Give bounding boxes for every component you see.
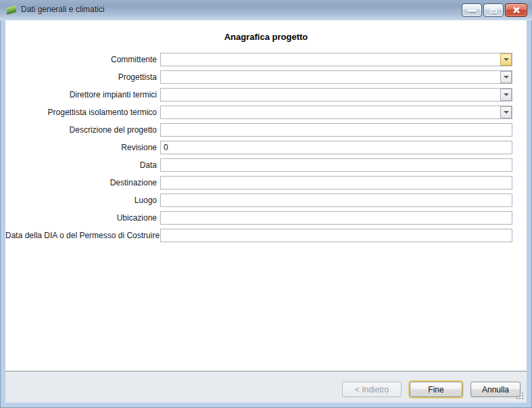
direttore-impianti-label: Direttore impianti termici <box>5 90 160 99</box>
ubicazione-input[interactable] <box>160 211 512 225</box>
chevron-down-icon <box>504 111 509 114</box>
form-row-data: Data <box>5 158 527 172</box>
ubicazione-field <box>160 211 512 225</box>
footer-bar: < Indietro Fine Annulla <box>5 371 527 403</box>
form-row-direttore-impianti: Direttore impianti termici <box>5 88 527 101</box>
luogo-input[interactable] <box>160 194 512 207</box>
anagrafica-form: Committente Progettista Di <box>5 53 527 242</box>
committente-dropdown-button[interactable] <box>500 53 512 66</box>
data-dia-label: Data della DIA o del Permesso di Costrui… <box>5 231 160 240</box>
maximize-icon <box>490 7 497 14</box>
form-row-luogo: Luogo <box>5 194 527 207</box>
close-button[interactable] <box>505 3 527 17</box>
cancel-button[interactable]: Annulla <box>470 382 521 397</box>
form-row-data-dia: Data della DIA o del Permesso di Costrui… <box>5 229 527 242</box>
revisione-label: Revisione <box>5 143 160 152</box>
data-dia-field <box>160 229 512 242</box>
luogo-label: Luogo <box>5 196 160 205</box>
page-title: Anagrafica progetto <box>5 20 527 53</box>
dialog-content: Anagrafica progetto Committente Progetti… <box>5 20 527 403</box>
data-label: Data <box>5 160 160 170</box>
progettista-dropdown-button[interactable] <box>500 71 512 83</box>
progettista-isolamento-combo[interactable] <box>160 106 512 119</box>
window-title: Dati generali e climatici <box>21 5 104 14</box>
progettista-isolamento-input[interactable] <box>160 106 512 119</box>
destinazione-field <box>160 176 512 189</box>
form-row-revisione: Revisione <box>5 141 527 154</box>
descrizione-input[interactable] <box>160 123 512 137</box>
form-row-destinazione: Destinazione <box>5 176 527 189</box>
destinazione-input[interactable] <box>160 176 512 189</box>
committente-label: Committente <box>5 55 160 64</box>
progettista-isolamento-dropdown-button[interactable] <box>500 106 512 118</box>
form-row-progettista: Progettista <box>5 70 527 84</box>
window-controls <box>462 3 527 17</box>
progettista-label: Progettista <box>5 72 160 82</box>
revisione-input[interactable] <box>160 141 512 154</box>
chevron-down-icon <box>504 76 509 78</box>
minimize-icon <box>468 10 476 12</box>
progettista-combo[interactable] <box>160 70 512 84</box>
form-row-ubicazione: Ubicazione <box>5 211 527 225</box>
titlebar[interactable]: Dati generali e climatici <box>0 0 532 20</box>
form-row-committente: Committente <box>5 53 527 66</box>
dialog-window: Dati generali e climatici Anagrafica pro… <box>0 0 532 408</box>
direttore-impianti-combo[interactable] <box>160 88 512 101</box>
app-logo-icon <box>6 5 17 16</box>
descrizione-field <box>160 123 512 137</box>
committente-combo[interactable] <box>160 53 512 66</box>
resize-grip[interactable] <box>516 392 524 400</box>
maximize-button[interactable] <box>483 3 504 17</box>
minimize-button[interactable] <box>462 3 482 17</box>
data-dia-input[interactable] <box>160 229 512 242</box>
chevron-down-icon <box>504 93 509 96</box>
form-row-descrizione: Descrizione del progetto <box>5 123 527 137</box>
committente-input[interactable] <box>160 53 512 66</box>
direttore-impianti-input[interactable] <box>160 88 512 101</box>
back-button[interactable]: < Indietro <box>342 382 402 397</box>
data-input[interactable] <box>160 158 512 172</box>
luogo-field <box>160 194 512 207</box>
finish-button[interactable]: Fine <box>410 382 462 397</box>
form-row-progettista-isolamento: Progettista isolamento termico <box>5 106 527 119</box>
direttore-impianti-dropdown-button[interactable] <box>500 89 512 101</box>
descrizione-label: Descrizione del progetto <box>5 125 160 135</box>
data-field <box>160 158 512 172</box>
progettista-input[interactable] <box>160 70 512 84</box>
progettista-isolamento-label: Progettista isolamento termico <box>5 108 160 117</box>
chevron-down-icon <box>504 58 509 61</box>
revisione-field <box>160 141 512 154</box>
destinazione-label: Destinazione <box>5 178 160 187</box>
ubicazione-label: Ubicazione <box>5 213 160 223</box>
